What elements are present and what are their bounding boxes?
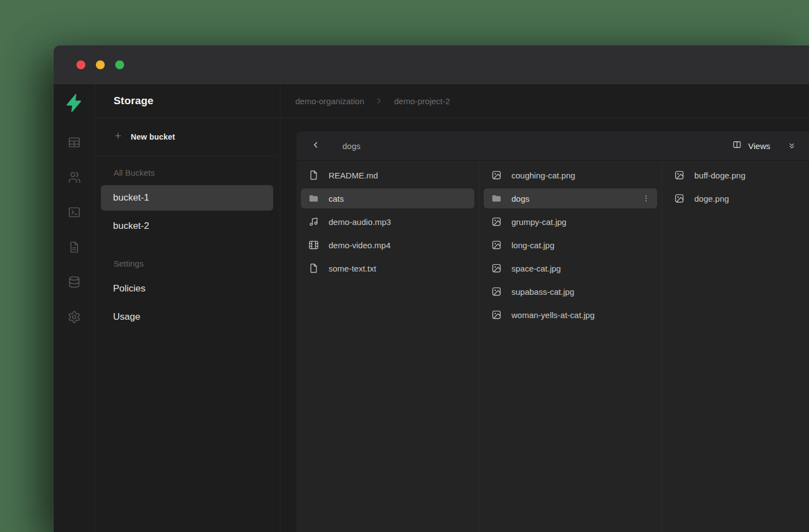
file-row-woman-yells-at-cat-jpg[interactable]: woman-yells-at-cat.jpg [484,305,657,325]
sidebar-section-label: All Buckets [114,168,280,177]
file-name: some-text.txt [329,264,376,273]
audio-icon [308,216,319,227]
folder-row-cats[interactable]: cats [301,188,474,208]
sidebar-section: Settings Policies Usage [95,259,280,330]
file-row-demo-video-mp4[interactable]: demo-video.mp4 [301,235,474,255]
file-explorer-panel: dogs Views README.md [296,131,809,532]
image-icon [491,216,502,227]
back-button[interactable] [309,139,322,152]
file-row-space-cat-jpg[interactable]: space-cat.jpg [484,258,657,278]
kebab-menu-icon[interactable] [641,193,652,204]
image-icon [491,309,502,320]
close-window-button[interactable] [76,60,85,69]
image-icon [491,286,502,297]
image-icon [491,170,502,181]
file-name: long-cat.jpg [511,241,555,250]
views-label: Views [748,141,770,151]
file-row-readme-md[interactable]: README.md [301,165,474,185]
new-bucket-label: New bucket [131,132,175,141]
sidebar-section-label: Settings [114,259,280,268]
file-name: grumpy-cat.jpg [511,217,566,227]
file-row-coughing-cat-png[interactable]: coughing-cat.png [484,165,657,185]
file-row-supabass-cat-jpg[interactable]: supabass-cat.jpg [484,282,657,301]
image-icon [491,239,502,250]
database-icon[interactable] [68,275,81,289]
video-icon [308,239,319,250]
sql-editor-icon[interactable] [68,206,81,219]
minimize-window-button[interactable] [96,60,105,69]
storage-sidebar: Storage New bucket All Buckets bucket-1 … [95,84,280,532]
file-row-grumpy-cat-jpg[interactable]: grumpy-cat.jpg [484,212,657,232]
rail-icon-list [68,122,81,324]
folder-icon [308,193,319,204]
sidebar-item-bucket-1[interactable]: bucket-1 [101,185,273,211]
file-name: doge.png [694,194,729,203]
file-name: demo-video.mp4 [329,241,391,250]
product-nav-rail [54,84,95,532]
breadcrumb: demo-organization demo-project-2 [280,84,809,118]
file-name: README.md [329,171,378,180]
file-row-buff-doge-png[interactable]: buff-doge.png [667,165,809,185]
main-content: dogs Views README.md [280,118,809,532]
file-name: buff-doge.png [694,171,745,180]
file-name: woman-yells-at-cat.jpg [511,310,595,320]
file-name: space-cat.jpg [511,264,561,273]
new-bucket-button[interactable]: New bucket [95,118,280,156]
app-body: Storage New bucket All Buckets bucket-1 … [54,84,809,532]
file-row-doge-png[interactable]: doge.png [667,188,809,208]
file-icon [308,263,319,274]
table-editor-icon[interactable] [68,136,81,149]
file-column-1: README.md cats demo-audio.mp3 demo-video… [296,161,479,532]
explorer-toolbar: dogs Views [296,131,809,161]
miller-columns: README.md cats demo-audio.mp3 demo-video… [296,161,809,532]
file-row-some-text-txt[interactable]: some-text.txt [301,258,474,278]
file-name: demo-audio.mp3 [329,217,391,227]
sidebar-item-usage[interactable]: Usage [101,304,273,330]
file-name: coughing-cat.png [511,171,575,180]
current-folder-path: dogs [342,141,361,151]
file-name: supabass-cat.jpg [511,287,574,296]
views-button[interactable]: Views [732,140,770,152]
columns-icon [732,140,742,152]
chevron-left-icon [311,140,320,152]
file-row-demo-audio-mp3[interactable]: demo-audio.mp3 [301,212,474,232]
file-column-2: coughing-cat.png dogs grumpy-cat.jpg lon… [479,161,662,532]
folder-icon [491,193,502,204]
docs-file-icon[interactable] [68,241,81,254]
page-title: Storage [114,95,153,107]
auth-users-icon[interactable] [68,171,81,184]
sidebar-item-policies[interactable]: Policies [101,276,273,301]
plus-icon [114,131,122,142]
sidebar-item-bucket-2[interactable]: bucket-2 [101,213,273,239]
file-icon [308,170,319,181]
file-row-long-cat-jpg[interactable]: long-cat.jpg [484,235,657,255]
image-icon [491,263,502,274]
breadcrumb-organization[interactable]: demo-organization [295,96,364,106]
settings-gear-icon[interactable] [68,310,81,324]
folder-row-dogs[interactable]: dogs [484,188,657,208]
sidebar-nav: All Buckets bucket-1 bucket-2 Settings P… [95,156,280,332]
chevron-right-icon [375,96,383,105]
sidebar-header: Storage [95,84,280,118]
file-name: cats [329,194,344,203]
file-column-3: buff-doge.png doge.png [662,161,809,532]
image-icon [674,170,685,181]
sidebar-section: All Buckets bucket-1 bucket-2 [95,168,280,239]
window-titlebar [54,45,809,84]
supabase-bolt-icon[interactable] [64,84,84,122]
maximize-window-button[interactable] [115,60,124,69]
app-window: Storage New bucket All Buckets bucket-1 … [54,45,809,532]
breadcrumb-project[interactable]: demo-project-2 [394,96,450,106]
image-icon [674,193,685,204]
chevrons-down-icon[interactable] [786,140,798,152]
file-name: dogs [511,194,530,203]
main-area: demo-organization demo-project-2 dogs [280,84,809,532]
